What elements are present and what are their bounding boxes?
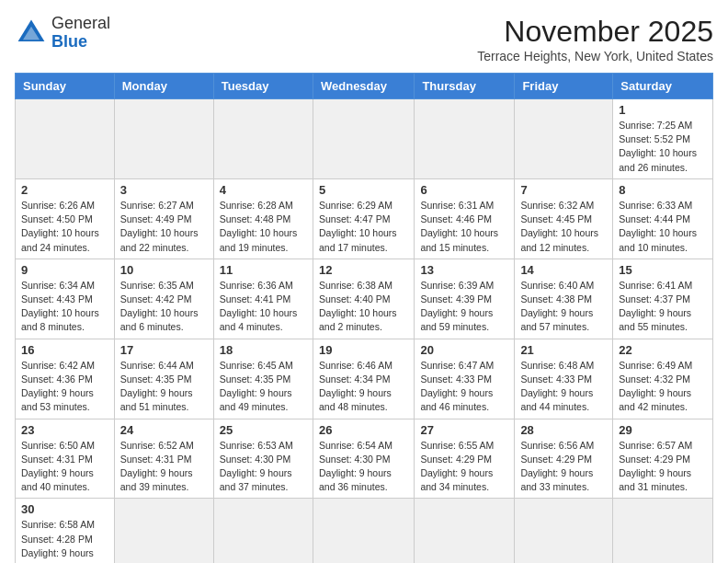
calendar-cell: 24Sunrise: 6:52 AM Sunset: 4:31 PM Dayli… bbox=[114, 419, 213, 499]
day-info: Sunrise: 6:53 AM Sunset: 4:30 PM Dayligh… bbox=[220, 439, 307, 495]
day-number: 13 bbox=[420, 263, 508, 277]
day-info: Sunrise: 6:38 AM Sunset: 4:40 PM Dayligh… bbox=[319, 279, 408, 335]
day-info: Sunrise: 6:47 AM Sunset: 4:33 PM Dayligh… bbox=[420, 359, 508, 415]
day-info: Sunrise: 6:58 AM Sunset: 4:28 PM Dayligh… bbox=[21, 518, 108, 563]
calendar-header-row: SundayMondayTuesdayWednesdayThursdayFrid… bbox=[16, 74, 713, 99]
calendar-cell: 16Sunrise: 6:42 AM Sunset: 4:36 PM Dayli… bbox=[16, 339, 115, 419]
calendar-cell: 20Sunrise: 6:47 AM Sunset: 4:33 PM Dayli… bbox=[415, 339, 515, 419]
day-number: 3 bbox=[120, 183, 208, 197]
calendar-cell bbox=[515, 499, 613, 563]
day-info: Sunrise: 6:33 AM Sunset: 4:44 PM Dayligh… bbox=[619, 199, 707, 255]
day-number: 24 bbox=[120, 423, 208, 437]
day-number: 28 bbox=[520, 423, 607, 437]
day-info: Sunrise: 6:55 AM Sunset: 4:29 PM Dayligh… bbox=[420, 439, 508, 495]
calendar-header-tuesday: Tuesday bbox=[213, 74, 313, 99]
day-number: 17 bbox=[120, 343, 208, 357]
calendar-week-2: 2Sunrise: 6:26 AM Sunset: 4:50 PM Daylig… bbox=[16, 178, 713, 259]
day-info: Sunrise: 6:26 AM Sunset: 4:50 PM Dayligh… bbox=[21, 199, 108, 255]
day-number: 30 bbox=[21, 502, 108, 516]
calendar-cell bbox=[213, 499, 313, 563]
day-info: Sunrise: 6:52 AM Sunset: 4:31 PM Dayligh… bbox=[120, 439, 208, 495]
day-info: Sunrise: 6:27 AM Sunset: 4:49 PM Dayligh… bbox=[120, 199, 208, 255]
calendar-cell bbox=[114, 99, 213, 179]
logo: General Blue bbox=[15, 15, 110, 52]
calendar-cell: 17Sunrise: 6:44 AM Sunset: 4:35 PM Dayli… bbox=[114, 339, 213, 419]
day-info: Sunrise: 6:28 AM Sunset: 4:48 PM Dayligh… bbox=[220, 199, 307, 255]
day-info: Sunrise: 6:50 AM Sunset: 4:31 PM Dayligh… bbox=[21, 439, 108, 495]
day-number: 8 bbox=[619, 183, 707, 197]
calendar-cell: 10Sunrise: 6:35 AM Sunset: 4:42 PM Dayli… bbox=[114, 259, 213, 339]
day-info: Sunrise: 6:35 AM Sunset: 4:42 PM Dayligh… bbox=[120, 279, 208, 335]
day-info: Sunrise: 6:54 AM Sunset: 4:30 PM Dayligh… bbox=[319, 439, 408, 495]
day-info: Sunrise: 6:31 AM Sunset: 4:46 PM Dayligh… bbox=[420, 199, 508, 255]
day-number: 26 bbox=[319, 423, 408, 437]
calendar-cell: 6Sunrise: 6:31 AM Sunset: 4:46 PM Daylig… bbox=[415, 178, 515, 259]
calendar-week-6: 30Sunrise: 6:58 AM Sunset: 4:28 PM Dayli… bbox=[16, 499, 713, 563]
calendar-header-friday: Friday bbox=[515, 74, 613, 99]
calendar-cell: 21Sunrise: 6:48 AM Sunset: 4:33 PM Dayli… bbox=[515, 339, 613, 419]
calendar-cell: 3Sunrise: 6:27 AM Sunset: 4:49 PM Daylig… bbox=[114, 178, 213, 259]
day-number: 27 bbox=[420, 423, 508, 437]
day-number: 5 bbox=[319, 183, 408, 197]
day-number: 7 bbox=[520, 183, 607, 197]
calendar-cell: 4Sunrise: 6:28 AM Sunset: 4:48 PM Daylig… bbox=[213, 178, 313, 259]
logo-text: General Blue bbox=[51, 15, 110, 52]
day-number: 25 bbox=[220, 423, 307, 437]
calendar-cell: 14Sunrise: 6:40 AM Sunset: 4:38 PM Dayli… bbox=[515, 259, 613, 339]
logo-icon bbox=[15, 17, 48, 50]
day-info: Sunrise: 6:40 AM Sunset: 4:38 PM Dayligh… bbox=[520, 279, 607, 335]
calendar-cell: 1Sunrise: 7:25 AM Sunset: 5:52 PM Daylig… bbox=[613, 99, 713, 179]
calendar-cell: 25Sunrise: 6:53 AM Sunset: 4:30 PM Dayli… bbox=[213, 419, 313, 499]
calendar-cell: 9Sunrise: 6:34 AM Sunset: 4:43 PM Daylig… bbox=[16, 259, 115, 339]
calendar-header-monday: Monday bbox=[114, 74, 213, 99]
day-number: 11 bbox=[220, 263, 307, 277]
day-info: Sunrise: 6:46 AM Sunset: 4:34 PM Dayligh… bbox=[319, 359, 408, 415]
calendar-cell: 13Sunrise: 6:39 AM Sunset: 4:39 PM Dayli… bbox=[415, 259, 515, 339]
calendar-header-thursday: Thursday bbox=[415, 74, 515, 99]
day-number: 9 bbox=[21, 263, 108, 277]
calendar-header-saturday: Saturday bbox=[613, 74, 713, 99]
day-number: 21 bbox=[520, 343, 607, 357]
calendar-cell bbox=[213, 99, 313, 179]
day-info: Sunrise: 6:42 AM Sunset: 4:36 PM Dayligh… bbox=[21, 359, 108, 415]
page-header: General Blue November 2025 Terrace Heigh… bbox=[15, 15, 713, 63]
day-number: 22 bbox=[619, 343, 707, 357]
day-info: Sunrise: 6:49 AM Sunset: 4:32 PM Dayligh… bbox=[619, 359, 707, 415]
day-number: 16 bbox=[21, 343, 108, 357]
day-number: 1 bbox=[619, 103, 707, 117]
calendar-cell: 8Sunrise: 6:33 AM Sunset: 4:44 PM Daylig… bbox=[613, 178, 713, 259]
day-number: 6 bbox=[420, 183, 508, 197]
month-title: November 2025 bbox=[477, 15, 713, 49]
day-info: Sunrise: 6:34 AM Sunset: 4:43 PM Dayligh… bbox=[21, 279, 108, 335]
day-info: Sunrise: 6:45 AM Sunset: 4:35 PM Dayligh… bbox=[220, 359, 307, 415]
calendar-cell: 15Sunrise: 6:41 AM Sunset: 4:37 PM Dayli… bbox=[613, 259, 713, 339]
calendar-cell: 23Sunrise: 6:50 AM Sunset: 4:31 PM Dayli… bbox=[16, 419, 115, 499]
calendar-table: SundayMondayTuesdayWednesdayThursdayFrid… bbox=[15, 73, 713, 563]
calendar-cell bbox=[114, 499, 213, 563]
calendar-cell: 2Sunrise: 6:26 AM Sunset: 4:50 PM Daylig… bbox=[16, 178, 115, 259]
day-info: Sunrise: 6:41 AM Sunset: 4:37 PM Dayligh… bbox=[619, 279, 707, 335]
day-number: 12 bbox=[319, 263, 408, 277]
calendar-week-5: 23Sunrise: 6:50 AM Sunset: 4:31 PM Dayli… bbox=[16, 419, 713, 499]
day-info: Sunrise: 6:36 AM Sunset: 4:41 PM Dayligh… bbox=[220, 279, 307, 335]
calendar-cell bbox=[16, 99, 115, 179]
calendar-cell: 22Sunrise: 6:49 AM Sunset: 4:32 PM Dayli… bbox=[613, 339, 713, 419]
calendar-cell bbox=[415, 499, 515, 563]
calendar-cell bbox=[613, 499, 713, 563]
day-number: 15 bbox=[619, 263, 707, 277]
day-info: Sunrise: 7:25 AM Sunset: 5:52 PM Dayligh… bbox=[619, 119, 707, 175]
day-number: 20 bbox=[420, 343, 508, 357]
day-number: 14 bbox=[520, 263, 607, 277]
calendar-cell: 18Sunrise: 6:45 AM Sunset: 4:35 PM Dayli… bbox=[213, 339, 313, 419]
calendar-cell bbox=[313, 499, 414, 563]
title-area: November 2025 Terrace Heights, New York,… bbox=[477, 15, 713, 63]
day-info: Sunrise: 6:44 AM Sunset: 4:35 PM Dayligh… bbox=[120, 359, 208, 415]
calendar-week-4: 16Sunrise: 6:42 AM Sunset: 4:36 PM Dayli… bbox=[16, 339, 713, 419]
day-number: 2 bbox=[21, 183, 108, 197]
calendar-cell bbox=[515, 99, 613, 179]
calendar-cell: 11Sunrise: 6:36 AM Sunset: 4:41 PM Dayli… bbox=[213, 259, 313, 339]
day-info: Sunrise: 6:32 AM Sunset: 4:45 PM Dayligh… bbox=[520, 199, 607, 255]
day-number: 4 bbox=[220, 183, 307, 197]
calendar-header-wednesday: Wednesday bbox=[313, 74, 414, 99]
day-number: 18 bbox=[220, 343, 307, 357]
